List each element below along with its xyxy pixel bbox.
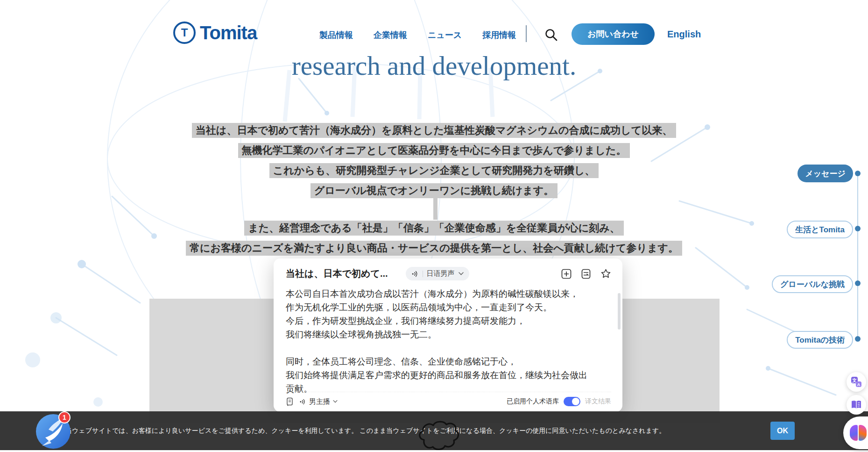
favorite-star-icon[interactable] bbox=[600, 268, 611, 279]
side-nav-connector-line bbox=[857, 173, 858, 339]
glossary-status-label: 已启用个人术语库 bbox=[507, 397, 559, 406]
translation-line: 我们将继续以全球视角挑战独一无二。 bbox=[286, 328, 610, 341]
speaker-icon bbox=[411, 270, 419, 278]
page: T Tomita 製品情報 企業情報 ニュース 採用情報 お問い合わせ Engl… bbox=[0, 0, 868, 452]
svg-text:A: A bbox=[857, 382, 861, 387]
brain-icon bbox=[850, 425, 867, 441]
popup-footer: 男主播 已启用个人术语库 译文结果 bbox=[286, 392, 611, 406]
translation-line: 今后，作为研发型挑战企业，我们将继续努力提高研发能力， bbox=[286, 314, 610, 328]
popup-header: 当社は、日本で初めて... 日语男声 bbox=[286, 267, 611, 280]
popup-scrollbar[interactable] bbox=[618, 293, 621, 330]
tomita-logo[interactable]: T Tomita bbox=[173, 22, 257, 44]
search-icon[interactable] bbox=[544, 28, 558, 42]
language-link-english[interactable]: English bbox=[667, 29, 701, 40]
translate-icon: 文 A bbox=[850, 376, 862, 388]
popup-footer-left: 男主播 bbox=[286, 397, 338, 406]
result-tab-label: 译文结果 bbox=[585, 397, 611, 406]
compare-original-icon[interactable] bbox=[581, 269, 591, 279]
cookie-consent-bar: 当ウェブサイトでは、お客様により良いサービスをご提供するため、クッキーを利用して… bbox=[0, 411, 868, 450]
speaker-icon bbox=[299, 398, 306, 405]
hero-paragraph-2: また、経営理念である「社是」「信条」「企業使命感」を全従業員が心に刻み、 常にお… bbox=[0, 221, 868, 261]
reader-voice-label: 男主播 bbox=[309, 397, 330, 406]
toggle-knob bbox=[572, 398, 579, 405]
translate-extension-button[interactable]: 文 A bbox=[847, 372, 866, 392]
logo-circle-t-icon: T bbox=[173, 22, 196, 44]
page-title: research and development. bbox=[0, 50, 868, 81]
popup-translation-text: 本公司自日本首次成功合成以苦汁（海水成分）为原料的碱性碳酸镁以来， 作为无机化学… bbox=[286, 287, 610, 395]
source-voice-label: 日语男声 bbox=[427, 269, 455, 278]
document-icon[interactable] bbox=[286, 397, 294, 406]
chevron-down-icon bbox=[459, 272, 464, 275]
popup-footer-right: 已启用个人术语库 译文结果 bbox=[507, 397, 611, 406]
hero-paragraph-1: 当社は、日本で初めて苦汁（海水成分）を原料とした塩基性炭酸マグネシウムの合成に成… bbox=[0, 123, 868, 203]
logo-text: Tomita bbox=[200, 22, 257, 43]
side-nav-dot bbox=[855, 280, 861, 286]
main-nav: 製品情報 企業情報 ニュース 採用情報 bbox=[319, 29, 516, 41]
side-nav-item-global-challenge[interactable]: グローバルな挑戦 bbox=[772, 275, 853, 293]
highlighted-line: 当社は、日本で初めて苦汁（海水成分）を原料とした塩基性炭酸マグネシウムの合成に成… bbox=[192, 123, 676, 138]
side-nav-dot bbox=[855, 171, 861, 176]
reader-voice-selector[interactable]: 男主播 bbox=[299, 397, 338, 406]
nav-item-news[interactable]: ニュース bbox=[428, 29, 462, 41]
nav-item-products[interactable]: 製品情報 bbox=[319, 29, 353, 41]
popup-actions bbox=[561, 268, 611, 279]
svg-text:文: 文 bbox=[852, 378, 857, 383]
add-to-glossary-icon[interactable] bbox=[561, 269, 572, 279]
glossary-toggle[interactable] bbox=[564, 397, 580, 406]
chevron-down-icon bbox=[333, 400, 338, 403]
contact-button[interactable]: お問い合わせ bbox=[572, 23, 655, 45]
voice-pill-divider bbox=[423, 271, 423, 277]
side-nav-item-tomita-technology[interactable]: Tomitaの技術 bbox=[787, 331, 853, 349]
side-nav-item-life-and-tomita[interactable]: 生活とTomita bbox=[787, 221, 853, 238]
translation-line: 作为无机化学工业的先驱，以医药品领域为中心，一直走到了今天。 bbox=[286, 301, 610, 314]
notification-badge: 1 bbox=[58, 411, 71, 423]
side-nav-item-message[interactable]: メッセージ bbox=[797, 165, 853, 182]
cookie-message: 当ウェブサイトでは、お客様により良いサービスをご提供するため、クッキーを利用して… bbox=[65, 427, 665, 435]
popup-title: 当社は、日本で初めて... bbox=[286, 267, 388, 280]
cookie-ok-button[interactable]: OK bbox=[770, 422, 795, 440]
nav-item-recruit[interactable]: 採用情報 bbox=[482, 29, 516, 41]
translation-line: 本公司自日本首次成功合成以苦汁（海水成分）为原料的碱性碳酸镁以来， bbox=[286, 287, 610, 301]
dictionary-extension-button[interactable] bbox=[847, 395, 866, 415]
highlighted-line: 常にお客様のニーズを満たすより良い商品・サービスの提供を第一とし、社会へ貢献し続… bbox=[186, 241, 682, 256]
translation-popup: 当社は、日本で初めて... 日语男声 bbox=[274, 258, 622, 412]
bird-translator-widget[interactable]: 1 bbox=[35, 412, 71, 450]
translation-line: 同时，全体员工将公司理念、信条、企业使命感铭记于心， bbox=[286, 355, 610, 368]
highlighted-line: これからも、研究開発型チャレンジ企業として研究開発力を研鑽し、 bbox=[269, 163, 599, 178]
nav-divider bbox=[526, 25, 527, 42]
highlighted-line: また、経営理念である「社是」「信条」「企業使命感」を全従業員が心に刻み、 bbox=[244, 221, 624, 236]
highlighted-line: 無機化学工業のパイオニアとして医薬品分野を中心に今日まで歩んで参りました。 bbox=[238, 143, 630, 158]
side-nav-dot bbox=[855, 226, 861, 231]
source-voice-selector[interactable]: 日语男声 bbox=[406, 267, 469, 280]
nav-item-company[interactable]: 企業情報 bbox=[374, 29, 407, 41]
side-nav-dot bbox=[855, 336, 861, 342]
paragraph-connector-line bbox=[433, 198, 438, 220]
book-icon bbox=[850, 399, 862, 410]
translation-line: 我们始终将提供满足客户需求的更好的商品和服务放在首位，继续为社会做出 bbox=[286, 368, 610, 382]
highlighted-line: グローバル視点でオンリーワンに挑戦し続けます。 bbox=[311, 183, 558, 198]
top-navigation-bar: T Tomita 製品情報 企業情報 ニュース 採用情報 お問い合わせ Engl… bbox=[0, 0, 868, 52]
